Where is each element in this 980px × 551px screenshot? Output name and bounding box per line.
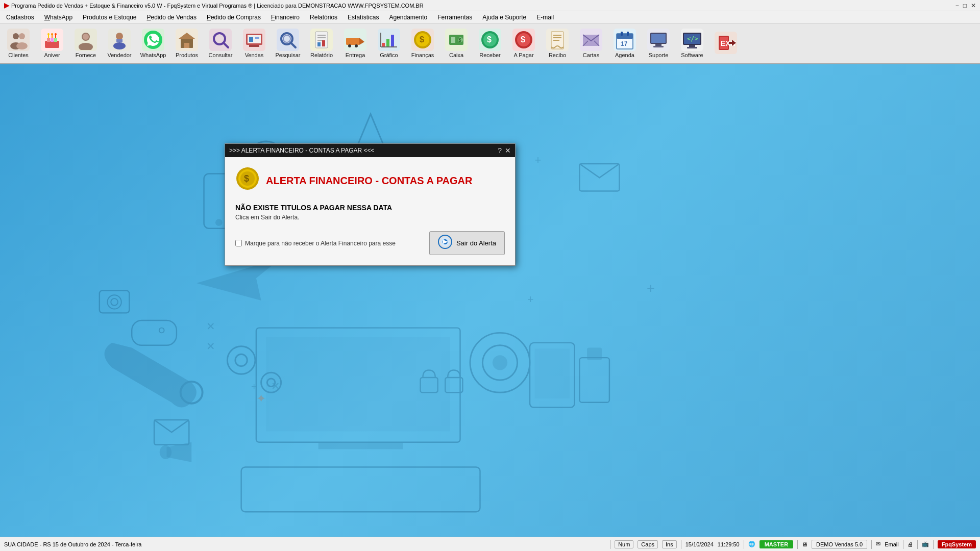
svg-rect-76 (651, 34, 666, 43)
toolbar-apagar[interactable]: $ A Pagar (507, 25, 540, 62)
maximize-button[interactable]: □ (963, 2, 967, 9)
toolbar-receber[interactable]: $ Receber (474, 25, 506, 62)
toolbar-exit[interactable]: EXIT (709, 25, 742, 62)
status-email: Email (885, 541, 899, 547)
svg-rect-72 (627, 32, 629, 36)
svg-rect-78 (653, 46, 664, 47)
minimize-button[interactable]: − (955, 2, 959, 9)
svg-point-0 (13, 33, 19, 39)
svg-point-104 (261, 372, 281, 392)
toolbar-recibo[interactable]: Recibo (541, 25, 574, 62)
dialog-help-button[interactable]: ? (498, 146, 502, 155)
menu-bar: Cadastros WhatsApp Produtos e Estoque Pe… (0, 11, 980, 23)
status-num: Num (615, 540, 633, 548)
svg-point-15 (79, 43, 93, 50)
dialog-main-message: NÃO EXISTE TITULOS A PAGAR NESSA DATA (235, 204, 505, 212)
svg-text:+: + (251, 381, 257, 392)
toolbar-pesquisar[interactable]: Pesquisar (272, 25, 304, 62)
svg-rect-129 (579, 164, 619, 191)
toolbar-produtos-label: Produtos (176, 52, 198, 58)
toolbar-grafico[interactable]: Gráfico (373, 25, 405, 62)
window-controls: − □ ✕ (955, 2, 976, 9)
toolbar-produtos[interactable]: Produtos (170, 25, 203, 62)
status-time: 11:29:50 (718, 541, 740, 547)
status-sep-1 (610, 540, 610, 549)
svg-rect-71 (621, 32, 623, 36)
toolbar-cartas[interactable]: Cartas (575, 25, 607, 62)
toolbar-aniver-label: Aniver (44, 52, 60, 58)
menu-whatsapp[interactable]: WhatsApp (40, 13, 77, 22)
svg-rect-44 (382, 43, 385, 47)
toolbar-apagar-label: A Pagar (513, 52, 533, 58)
toolbar-aniver[interactable]: Aniver (36, 25, 68, 62)
dialog-sub-message: Clica em Sair do Alerta. (235, 214, 505, 221)
toolbar-software[interactable]: </> Software (676, 25, 708, 62)
svg-rect-39 (322, 40, 325, 46)
menu-financeiro[interactable]: Financeiro (267, 13, 304, 22)
close-button[interactable]: ✕ (971, 2, 976, 9)
status-caps: Caps (638, 540, 658, 548)
svg-rect-126 (535, 349, 570, 398)
svg-rect-37 (317, 40, 323, 41)
svg-point-42 (348, 44, 351, 47)
svg-point-11 (47, 33, 50, 35)
svg-point-103 (235, 354, 247, 366)
svg-point-102 (227, 346, 255, 374)
toolbar-vendas[interactable]: Vendas (238, 25, 271, 62)
checkbox-label[interactable]: Marque para não receber o Alerta Finance… (235, 240, 396, 247)
toolbar-caixa[interactable]: $ Caixa (440, 25, 473, 62)
svg-point-16 (83, 34, 89, 40)
menu-relatorios[interactable]: Relatórios (306, 13, 341, 22)
menu-estatisticas[interactable]: Estatísticas (344, 13, 383, 22)
status-sep-5 (871, 540, 872, 549)
svg-rect-111 (154, 420, 189, 445)
dialog-titlebar: >>> ALERTA FINANCEIRO - CONTAS A PAGAR <… (225, 144, 515, 157)
menu-pedido-compras[interactable]: Pedido de Compras (203, 13, 265, 22)
toolbar-whatsapp[interactable]: WhatsApp (137, 25, 169, 62)
alert-dialog: >>> ALERTA FINANCEIRO - CONTAS A PAGAR <… (225, 143, 516, 266)
toolbar-entrega[interactable]: Entrega (339, 25, 372, 62)
svg-rect-119 (241, 467, 480, 512)
svg-rect-121 (445, 378, 462, 392)
toolbar-suporte-label: Suporte (649, 52, 669, 58)
svg-point-1 (19, 33, 25, 39)
dialog-title-text: ALERTA FINANCEIRO - CONTAS A PAGAR (266, 175, 472, 187)
menu-agendamento[interactable]: Agendamento (385, 13, 431, 22)
status-sep-4 (797, 540, 798, 549)
toolbar-recibo-label: Recibo (549, 52, 566, 58)
menu-ferramentas[interactable]: Ferramentas (433, 13, 476, 22)
svg-text:+: + (647, 280, 655, 296)
coin-icon: $ (235, 166, 260, 195)
svg-rect-116 (256, 328, 460, 442)
menu-cadastros[interactable]: Cadastros (2, 13, 38, 22)
svg-text:✦: ✦ (256, 392, 266, 405)
toolbar-clientes[interactable]: Clientes (2, 25, 35, 62)
menu-email[interactable]: E-mail (532, 13, 558, 22)
title-text: ▶ Programa Pedido de Vendas + Estoque & … (4, 2, 424, 9)
dialog-close-button[interactable]: ✕ (505, 146, 511, 155)
svg-rect-4 (45, 41, 59, 48)
status-city-date: SUA CIDADE - RS 15 de Outubro de 2024 - … (4, 541, 606, 547)
menu-ajuda[interactable]: Ajuda e Suporte (478, 13, 530, 22)
menu-pedido-vendas[interactable]: Pedido de Vendas (142, 13, 200, 22)
svg-text:✕: ✕ (206, 320, 215, 333)
svg-rect-30 (255, 37, 259, 39)
toolbar-consultar[interactable]: Consultar (204, 25, 237, 62)
svg-text:$: $ (487, 35, 492, 44)
svg-point-13 (55, 33, 57, 35)
toolbar-vendedor[interactable]: Vendedor (103, 25, 136, 62)
svg-rect-125 (530, 343, 575, 408)
toolbar-fornece[interactable]: Fornece (69, 25, 102, 62)
toolbar-relatorio[interactable]: Relatório (305, 25, 338, 62)
toolbar-caixa-label: Caixa (449, 52, 463, 58)
svg-text:+: + (535, 154, 542, 166)
toolbar-suporte[interactable]: Suporte (642, 25, 675, 62)
svg-text:$: $ (420, 35, 424, 44)
no-alert-checkbox[interactable] (235, 240, 242, 246)
toolbar-agenda[interactable]: 17 MON Agenda (608, 25, 641, 62)
status-bar: SUA CIDADE - RS 15 de Outubro de 2024 - … (0, 537, 980, 551)
menu-produtos-estoque[interactable]: Produtos e Estoque (79, 13, 140, 22)
sair-alerta-button[interactable]: Sair do Alerta (429, 231, 505, 255)
svg-point-124 (493, 355, 507, 370)
toolbar-financas[interactable]: $ Finanças (406, 25, 439, 62)
